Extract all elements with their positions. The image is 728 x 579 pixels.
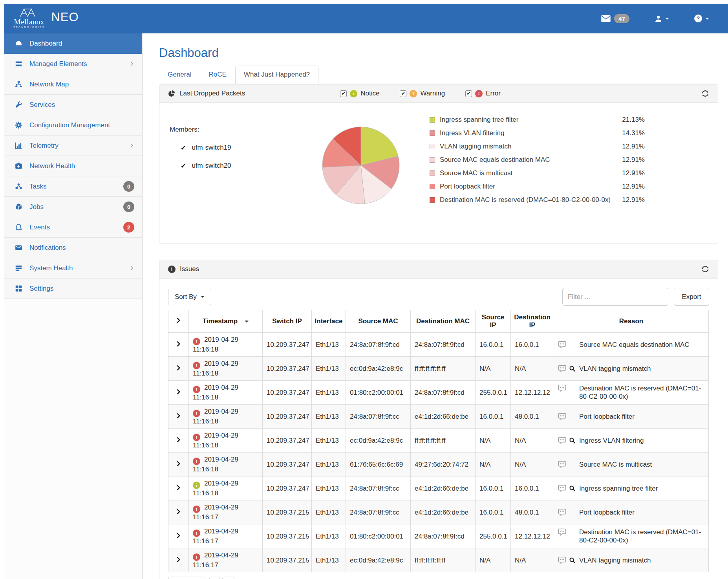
sidebar-item-network-health[interactable]: Network Health (4, 156, 142, 176)
timestamp-time: 11:16:18 (193, 418, 218, 425)
notifications-mail-button[interactable]: 47 (601, 14, 629, 23)
cell-destination-mac: 24:8a:07:8f:9f:cd (411, 381, 476, 405)
filter-checkbox-notice[interactable]: ✔iNotice (340, 90, 379, 97)
sidebar-item-telemetry[interactable]: Telemetry (4, 136, 142, 156)
mellanox-logo: Mellanox TECHNOLOGIES (13, 8, 45, 29)
expand-row-chevron[interactable] (176, 437, 181, 443)
sidebar-item-events[interactable]: Events2 (4, 217, 142, 238)
expand-row-chevron[interactable] (176, 557, 181, 563)
pie-chart-icon (168, 90, 175, 97)
search-icon[interactable] (569, 557, 576, 564)
column-header-switch-ip[interactable]: Switch IP (263, 310, 312, 333)
sort-caret-icon[interactable] (245, 321, 249, 322)
help-menu-button[interactable]: ? (694, 15, 709, 22)
filter-input[interactable] (562, 288, 668, 306)
sidebar-item-jobs[interactable]: Jobs0 (4, 197, 142, 217)
legend-item-ingress-vlan-filtering[interactable]: Ingress VLAN filtering14.31% (430, 126, 645, 140)
legend-swatch (430, 130, 435, 136)
user-menu-button[interactable] (655, 15, 669, 22)
sort-by-button[interactable]: Sort By (168, 289, 211, 305)
comment-bubble-icon[interactable] (558, 461, 566, 468)
sidebar-item-tasks[interactable]: Tasks0 (4, 176, 142, 197)
sidebar-item-managed-elements[interactable]: Managed Elements (4, 54, 142, 74)
sidebar-item-services[interactable]: Services (4, 95, 142, 115)
comment-bubble-icon[interactable] (558, 509, 566, 516)
search-icon[interactable] (569, 437, 576, 444)
sidebar-item-configuration-management[interactable]: Configuration Management (4, 115, 142, 136)
expand-row-chevron[interactable] (176, 509, 181, 515)
logo-name: Mellanox (14, 18, 44, 26)
column-header-interface[interactable]: Interface (312, 310, 346, 333)
expand-row-chevron[interactable] (176, 461, 181, 467)
cell-source-mac: 61:76:65:6c:6c:69 (346, 453, 411, 476)
column-header-source-mac[interactable]: Source MAC (346, 310, 411, 333)
comment-bubble-icon[interactable] (558, 341, 566, 348)
member-ufm-switch19[interactable]: ✔ufm-switch19 (181, 144, 231, 152)
legend-item-ingress-spanning-tree-filter[interactable]: Ingress spanning tree filter21.13% (430, 113, 645, 126)
expand-row-chevron[interactable] (176, 365, 181, 371)
column-header-timestamp[interactable]: Timestamp (189, 310, 263, 333)
legend-item-source-mac-equals-destination-mac[interactable]: Source MAC equals destination MAC12.91% (430, 153, 645, 167)
legend-item-port-loopback-filter[interactable]: Port loopback filter12.91% (430, 180, 645, 193)
comment-bubble-icon[interactable] (558, 485, 566, 492)
column-header-destination-ip[interactable]: Destination IP (511, 310, 554, 333)
next-page-button[interactable] (222, 577, 234, 579)
cell-reason: Ingress VLAN filtering (554, 429, 709, 453)
bridge-logo-icon (19, 8, 39, 17)
sidebar-item-label: Network Health (29, 162, 75, 170)
dropped-packets-pie-chart (321, 126, 401, 207)
filter-checkbox-error[interactable]: ✔!Error (465, 90, 501, 97)
tab-roce[interactable]: RoCE (200, 66, 235, 84)
legend-item-vlan-tagging-mismatch[interactable]: VLAN tagging mismatch12.91% (430, 140, 645, 153)
sidebar-item-notifications[interactable]: Notifications (4, 238, 142, 258)
help-icon: ? (694, 15, 702, 22)
search-icon[interactable] (569, 365, 576, 372)
column-header-reason[interactable]: Reason (554, 310, 709, 333)
checkbox-checked[interactable]: ✔ (340, 90, 347, 97)
column-header-destination-mac[interactable]: Destination MAC (411, 310, 476, 333)
members-list: ✔ufm-switch19✔ufm-switch20 (170, 144, 231, 170)
refresh-button[interactable] (701, 265, 709, 273)
legend-percentage: 12.91% (622, 156, 645, 164)
member-ufm-switch20[interactable]: ✔ufm-switch20 (181, 162, 231, 170)
legend-item-source-mac-is-multicast[interactable]: Source MAC is multicast12.91% (430, 167, 645, 180)
sidebar-item-label: Network Map (29, 81, 69, 88)
member-label: ufm-switch19 (192, 144, 231, 152)
comment-bubble-icon[interactable] (558, 385, 566, 392)
tab-what-just-happened[interactable]: What Just Happened? (235, 66, 318, 84)
legend-item-destination-mac-is-reserved-dmac-01-80-c2-00-00-0x[interactable]: Destination MAC is reserved (DMAC=01-80-… (430, 193, 645, 207)
legend-swatch (430, 184, 435, 189)
cell-source-ip: 16.0.0.1 (476, 333, 511, 357)
filter-checkbox-warning[interactable]: ✔?Warning (400, 90, 445, 97)
sidebar-item-settings[interactable]: Settings (4, 279, 142, 299)
sidebar-item-system-health[interactable]: System Health (4, 258, 142, 279)
expand-row-chevron[interactable] (176, 413, 181, 419)
count-badge: 0 (123, 202, 134, 212)
checkbox-checked[interactable]: ✔ (400, 90, 406, 97)
column-header-source-ip[interactable]: Source IP (476, 310, 511, 333)
tab-general[interactable]: General (159, 66, 200, 84)
checkbox-checked[interactable]: ✔ (465, 90, 472, 97)
expand-all-column-header[interactable] (168, 310, 189, 333)
expand-row-chevron[interactable] (176, 341, 181, 347)
cell-switch-ip: 10.209.37.215 (263, 500, 312, 524)
previous-page-button[interactable] (209, 577, 220, 579)
comment-bubble-icon[interactable] (558, 365, 566, 372)
legend-swatch (430, 197, 435, 203)
export-button[interactable]: Export (674, 288, 709, 306)
comment-bubble-icon[interactable] (558, 528, 566, 536)
comment-bubble-icon[interactable] (558, 437, 566, 444)
comment-bubble-icon[interactable] (558, 557, 566, 564)
page-size-button[interactable] (168, 577, 205, 579)
sidebar-item-dashboard[interactable]: Dashboard (4, 33, 142, 54)
telemetry-icon (15, 142, 24, 149)
comment-bubble-icon[interactable] (558, 413, 566, 420)
expand-row-chevron[interactable] (176, 533, 181, 539)
search-icon[interactable] (569, 485, 576, 492)
refresh-button[interactable] (701, 90, 709, 97)
cell-reason: Source MAC equals destination MAC (554, 333, 709, 357)
sidebar-item-network-map[interactable]: Network Map (4, 74, 142, 95)
expand-row-chevron[interactable] (176, 389, 181, 395)
legend-swatch (430, 170, 435, 176)
expand-row-chevron[interactable] (176, 485, 181, 491)
